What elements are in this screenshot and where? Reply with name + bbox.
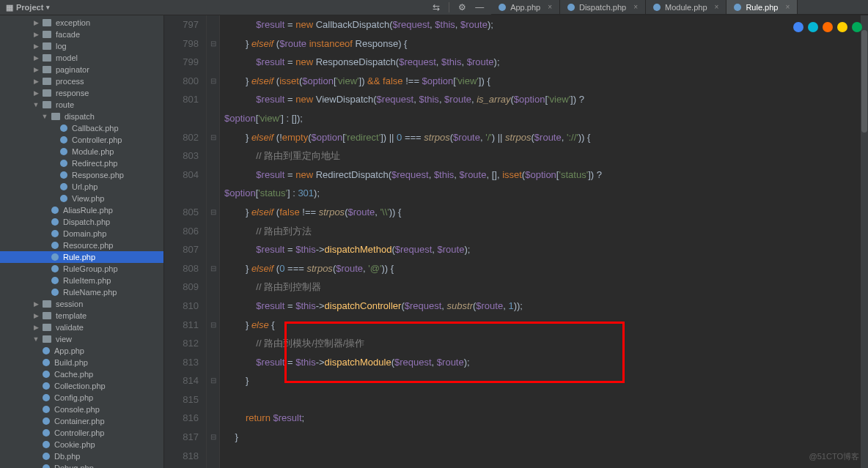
- code-line[interactable]: $result = $this->dispatchController($req…: [224, 297, 868, 316]
- close-icon[interactable]: ×: [785, 3, 790, 11]
- twisty-icon[interactable]: ▼: [41, 113, 48, 120]
- twisty-icon[interactable]: ▶: [32, 54, 40, 62]
- code-line[interactable]: } elseif ($route instanceof Response) {: [224, 34, 868, 53]
- tree-item-paginator[interactable]: ▶paginator: [0, 64, 163, 75]
- tree-item-validate[interactable]: ▶validate: [0, 322, 163, 333]
- tree-item-build[interactable]: Build.php: [0, 357, 163, 368]
- tree-item-cache[interactable]: Cache.php: [0, 368, 163, 380]
- tree-item-debug[interactable]: Debug.php: [0, 462, 163, 468]
- tree-item-dispatch[interactable]: Dispatch.php: [0, 216, 163, 228]
- code-line[interactable]: } elseif (isset($option['view']) && fals…: [224, 72, 868, 91]
- editor-scrollbar[interactable]: [861, 15, 868, 468]
- tree-item-log[interactable]: ▶log: [0, 40, 163, 52]
- tree-item-cookie[interactable]: Cookie.php: [0, 439, 163, 450]
- twisty-icon[interactable]: ▶: [32, 78, 40, 85]
- tree-item-app[interactable]: App.php: [0, 345, 163, 357]
- code-line[interactable]: $result = new ResponseDispatch($request,…: [224, 53, 868, 72]
- tree-item-session[interactable]: ▶session: [0, 298, 163, 310]
- tree-item-dispatch[interactable]: ▼dispatch: [0, 111, 163, 122]
- edge-icon[interactable]: [808, 22, 818, 32]
- twisty-icon[interactable]: ▶: [32, 300, 40, 308]
- chrome-icon[interactable]: [793, 22, 803, 32]
- code-line[interactable]: return $result;: [224, 409, 868, 428]
- tree-item-container[interactable]: Container.php: [0, 415, 163, 427]
- dash-icon[interactable]: —: [475, 2, 484, 12]
- project-tool-button[interactable]: ▦ Project ▾: [0, 3, 56, 12]
- twisty-icon[interactable]: ▶: [32, 324, 40, 331]
- twisty-icon[interactable]: ▼: [32, 101, 40, 108]
- close-icon[interactable]: ×: [548, 3, 552, 11]
- twisty-icon[interactable]: ▶: [32, 31, 40, 38]
- code-line[interactable]: $result = new ViewDispatch($request, $th…: [224, 90, 868, 109]
- code-editor[interactable]: 7977987998008018028038048058068078088098…: [164, 15, 868, 468]
- code-line[interactable]: $result = $this->dispatchMethod($request…: [224, 240, 868, 259]
- php-icon: [43, 359, 50, 366]
- tree-item-callback[interactable]: Callback.php: [0, 122, 163, 134]
- tree-item-response[interactable]: Response.php: [0, 169, 163, 181]
- code-line[interactable]: $option['view'] : []);: [224, 109, 868, 128]
- opera-icon[interactable]: [852, 22, 862, 32]
- code-line[interactable]: } elseif (!empty($option['redirect']) ||…: [224, 128, 868, 147]
- tree-item-resource[interactable]: Resource.php: [0, 239, 163, 251]
- code-line[interactable]: $result = $this->dispatchModule($request…: [224, 353, 868, 372]
- code-area[interactable]: $result = new CallbackDispatch($request,…: [220, 15, 868, 468]
- tree-item-view[interactable]: View.php: [0, 193, 163, 204]
- tree-item-controller[interactable]: Controller.php: [0, 134, 163, 146]
- tree-item-rule[interactable]: Rule.php: [0, 251, 163, 263]
- tree-item-response[interactable]: ▶response: [0, 87, 163, 99]
- code-line[interactable]: } elseif (0 === strpos($route, '@')) {: [224, 259, 868, 278]
- close-icon[interactable]: ×: [715, 3, 719, 11]
- code-line[interactable]: // 路由到重定向地址: [224, 146, 868, 166]
- firefox-icon[interactable]: [823, 22, 833, 32]
- tree-item-exception[interactable]: ▶exception: [0, 17, 163, 29]
- twisty-icon[interactable]: ▶: [32, 66, 40, 73]
- collapse-icon[interactable]: ⇆: [433, 2, 440, 12]
- tree-item-template[interactable]: ▶template: [0, 310, 163, 322]
- twisty-icon[interactable]: ▶: [32, 89, 40, 97]
- tab-rule[interactable]: Rule.php×: [727, 0, 798, 14]
- twisty-icon[interactable]: ▶: [32, 312, 40, 319]
- tree-item-config[interactable]: Config.php: [0, 392, 163, 404]
- tree-item-controller[interactable]: Controller.php: [0, 427, 163, 439]
- tree-item-domain[interactable]: Domain.php: [0, 228, 163, 239]
- php-icon: [51, 230, 59, 237]
- code-line[interactable]: $option['status'] : 301);: [224, 184, 868, 203]
- code-line[interactable]: } else {: [224, 316, 868, 335]
- tab-module[interactable]: Module.php×: [646, 0, 727, 14]
- code-line[interactable]: }: [224, 371, 868, 390]
- tree-item-view[interactable]: ▼view: [0, 333, 163, 345]
- php-icon: [51, 218, 59, 226]
- tree-item-route[interactable]: ▼route: [0, 99, 163, 111]
- tree-item-db[interactable]: Db.php: [0, 450, 163, 462]
- code-line[interactable]: $result = new CallbackDispatch($request,…: [224, 15, 868, 34]
- tab-dispatch[interactable]: Dispatch.php×: [560, 0, 646, 14]
- code-line[interactable]: // 路由到控制器: [224, 278, 868, 297]
- tree-item-console[interactable]: Console.php: [0, 404, 163, 415]
- code-line[interactable]: } elseif (false !== strpos($route, '\\')…: [224, 203, 868, 222]
- tree-item-model[interactable]: ▶model: [0, 52, 163, 64]
- twisty-icon[interactable]: ▼: [32, 335, 40, 343]
- code-line[interactable]: // 路由到模块/控制器/操作: [224, 334, 868, 353]
- tree-item-facade[interactable]: ▶facade: [0, 29, 163, 40]
- scrollbar-thumb[interactable]: [861, 30, 867, 133]
- tree-item-process[interactable]: ▶process: [0, 75, 163, 87]
- code-line[interactable]: // 路由到方法: [224, 222, 868, 241]
- code-line[interactable]: }: [224, 428, 868, 447]
- tree-item-ruleitem[interactable]: RuleItem.php: [0, 275, 163, 286]
- gear-icon[interactable]: ⚙: [458, 2, 466, 12]
- twisty-icon[interactable]: ▶: [32, 42, 40, 50]
- tree-item-aliasrule[interactable]: AliasRule.php: [0, 204, 163, 216]
- tree-item-url[interactable]: Url.php: [0, 181, 163, 193]
- tab-app[interactable]: App.php×: [491, 0, 560, 14]
- safari-icon[interactable]: [837, 22, 847, 32]
- code-line[interactable]: [224, 390, 868, 409]
- tree-item-module[interactable]: Module.php: [0, 146, 163, 157]
- code-line[interactable]: $result = new RedirectDispatch($request,…: [224, 166, 868, 185]
- close-icon[interactable]: ×: [633, 3, 638, 11]
- twisty-icon[interactable]: ▶: [32, 19, 40, 26]
- code-line[interactable]: [224, 447, 868, 466]
- tree-item-collection[interactable]: Collection.php: [0, 380, 163, 392]
- tree-item-redirect[interactable]: Redirect.php: [0, 157, 163, 169]
- tree-item-rulegroup[interactable]: RuleGroup.php: [0, 263, 163, 275]
- tree-item-rulename[interactable]: RuleName.php: [0, 286, 163, 298]
